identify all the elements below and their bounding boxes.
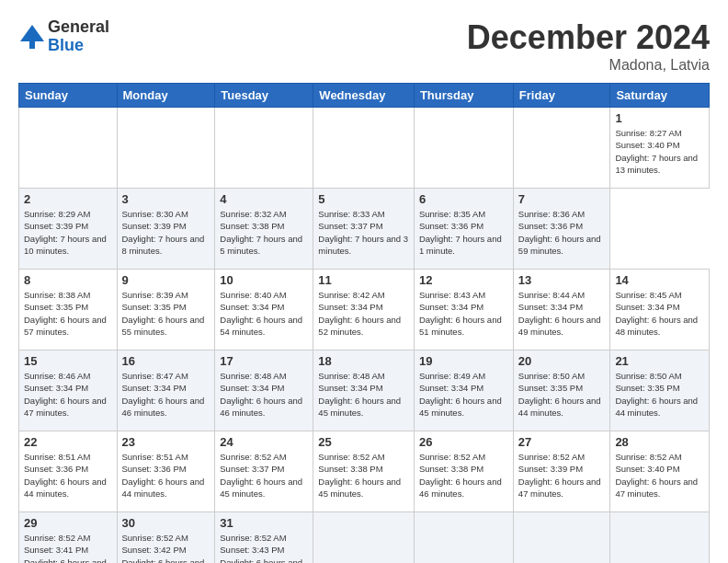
table-cell: 19 Sunrise: 8:49 AM Sunset: 3:34 PM Dayl… — [414, 350, 513, 431]
col-thursday: Thursday — [414, 84, 513, 108]
table-cell: 20 Sunrise: 8:50 AM Sunset: 3:35 PM Dayl… — [513, 350, 610, 431]
week-row-3: 15 Sunrise: 8:46 AM Sunset: 3:34 PM Dayl… — [19, 350, 710, 431]
table-cell — [19, 108, 118, 189]
cell-content: Sunrise: 8:45 AM Sunset: 3:34 PM Dayligh… — [615, 289, 704, 338]
svg-rect-1 — [29, 41, 35, 49]
cell-content: Sunrise: 8:51 AM Sunset: 3:36 PM Dayligh… — [122, 451, 210, 500]
header: General Blue December 2024 Madona, Latvi… — [18, 18, 710, 74]
day-number: 12 — [419, 273, 508, 287]
table-cell: 11 Sunrise: 8:42 AM Sunset: 3:34 PM Dayl… — [313, 270, 415, 350]
svg-marker-0 — [20, 25, 44, 41]
table-cell: 14 Sunrise: 8:45 AM Sunset: 3:34 PM Dayl… — [610, 270, 710, 350]
logo-general-text: General — [48, 18, 109, 37]
logo: General Blue — [18, 18, 109, 55]
logo-blue-text: Blue — [48, 37, 109, 55]
cell-content: Sunrise: 8:30 AM Sunset: 3:39 PM Dayligh… — [122, 208, 210, 257]
day-number: 26 — [419, 435, 508, 449]
day-number: 27 — [518, 435, 606, 449]
day-number: 31 — [220, 516, 308, 530]
cell-content: Sunrise: 8:44 AM Sunset: 3:34 PM Dayligh… — [518, 289, 606, 338]
cell-content: Sunrise: 8:52 AM Sunset: 3:42 PM Dayligh… — [122, 532, 210, 563]
day-number: 16 — [122, 354, 210, 368]
day-number: 28 — [615, 435, 704, 449]
cell-content: Sunrise: 8:48 AM Sunset: 3:34 PM Dayligh… — [318, 370, 409, 419]
day-number: 13 — [518, 273, 606, 287]
cell-content: Sunrise: 8:33 AM Sunset: 3:37 PM Dayligh… — [318, 208, 409, 257]
cell-content: Sunrise: 8:42 AM Sunset: 3:34 PM Dayligh… — [318, 289, 409, 338]
day-number: 3 — [122, 192, 210, 206]
day-number: 4 — [220, 192, 308, 206]
table-cell — [313, 108, 415, 189]
day-number: 1 — [615, 111, 704, 125]
table-cell — [513, 512, 610, 564]
table-cell: 23 Sunrise: 8:51 AM Sunset: 3:36 PM Dayl… — [117, 431, 215, 512]
table-cell: 10 Sunrise: 8:40 AM Sunset: 3:34 PM Dayl… — [215, 270, 313, 350]
cell-content: Sunrise: 8:29 AM Sunset: 3:39 PM Dayligh… — [24, 208, 112, 257]
day-number: 30 — [122, 516, 210, 530]
day-number: 25 — [318, 435, 409, 449]
cell-content: Sunrise: 8:32 AM Sunset: 3:38 PM Dayligh… — [220, 208, 308, 257]
day-number: 8 — [24, 273, 112, 287]
table-cell: 4 Sunrise: 8:32 AM Sunset: 3:38 PM Dayli… — [215, 189, 313, 270]
table-cell — [610, 512, 710, 564]
day-number: 15 — [24, 354, 112, 368]
day-number: 17 — [220, 354, 308, 368]
cell-content: Sunrise: 8:47 AM Sunset: 3:34 PM Dayligh… — [122, 370, 210, 419]
cell-content: Sunrise: 8:35 AM Sunset: 3:36 PM Dayligh… — [419, 208, 508, 257]
table-cell: 22 Sunrise: 8:51 AM Sunset: 3:36 PM Dayl… — [19, 431, 118, 512]
day-number: 20 — [518, 354, 606, 368]
day-number: 7 — [518, 192, 606, 206]
table-cell: 15 Sunrise: 8:46 AM Sunset: 3:34 PM Dayl… — [19, 350, 118, 431]
table-cell: 29 Sunrise: 8:52 AM Sunset: 3:41 PM Dayl… — [19, 512, 118, 564]
table-cell: 16 Sunrise: 8:47 AM Sunset: 3:34 PM Dayl… — [117, 350, 215, 431]
day-number: 14 — [615, 273, 704, 287]
week-row-0: 1 Sunrise: 8:27 AM Sunset: 3:40 PM Dayli… — [19, 108, 710, 189]
table-cell — [313, 512, 415, 564]
day-number: 18 — [318, 354, 409, 368]
cell-content: Sunrise: 8:52 AM Sunset: 3:37 PM Dayligh… — [220, 451, 308, 500]
table-cell: 5 Sunrise: 8:33 AM Sunset: 3:37 PM Dayli… — [313, 189, 415, 270]
table-cell: 1 Sunrise: 8:27 AM Sunset: 3:40 PM Dayli… — [610, 108, 710, 189]
table-cell: 2 Sunrise: 8:29 AM Sunset: 3:39 PM Dayli… — [19, 189, 118, 270]
table-cell: 3 Sunrise: 8:30 AM Sunset: 3:39 PM Dayli… — [117, 189, 215, 270]
cell-content: Sunrise: 8:52 AM Sunset: 3:39 PM Dayligh… — [518, 451, 606, 500]
table-cell — [414, 108, 513, 189]
table-cell — [414, 512, 513, 564]
header-row: Sunday Monday Tuesday Wednesday Thursday… — [19, 84, 710, 108]
col-saturday: Saturday — [610, 84, 710, 108]
logo-text: General Blue — [48, 18, 109, 55]
table-cell: 12 Sunrise: 8:43 AM Sunset: 3:34 PM Dayl… — [414, 270, 513, 350]
day-number: 22 — [24, 435, 112, 449]
table-cell: 17 Sunrise: 8:48 AM Sunset: 3:34 PM Dayl… — [215, 350, 313, 431]
day-number: 2 — [24, 192, 112, 206]
cell-content: Sunrise: 8:36 AM Sunset: 3:36 PM Dayligh… — [518, 208, 606, 257]
day-number: 9 — [122, 273, 210, 287]
col-friday: Friday — [513, 84, 610, 108]
table-cell: 30 Sunrise: 8:52 AM Sunset: 3:42 PM Dayl… — [117, 512, 215, 564]
cell-content: Sunrise: 8:52 AM Sunset: 3:41 PM Dayligh… — [24, 532, 112, 563]
table-cell: 7 Sunrise: 8:36 AM Sunset: 3:36 PM Dayli… — [513, 189, 610, 270]
table-cell: 8 Sunrise: 8:38 AM Sunset: 3:35 PM Dayli… — [19, 270, 118, 350]
week-row-1: 2 Sunrise: 8:29 AM Sunset: 3:39 PM Dayli… — [19, 189, 710, 270]
table-cell: 9 Sunrise: 8:39 AM Sunset: 3:35 PM Dayli… — [117, 270, 215, 350]
table-cell — [117, 108, 215, 189]
cell-content: Sunrise: 8:39 AM Sunset: 3:35 PM Dayligh… — [122, 289, 210, 338]
day-number: 29 — [24, 516, 112, 530]
day-number: 6 — [419, 192, 508, 206]
day-number: 11 — [318, 273, 409, 287]
col-tuesday: Tuesday — [215, 84, 313, 108]
cell-content: Sunrise: 8:51 AM Sunset: 3:36 PM Dayligh… — [24, 451, 112, 500]
cell-content: Sunrise: 8:50 AM Sunset: 3:35 PM Dayligh… — [518, 370, 606, 419]
cell-content: Sunrise: 8:49 AM Sunset: 3:34 PM Dayligh… — [419, 370, 508, 419]
col-monday: Monday — [117, 84, 215, 108]
month-title: December 2024 — [467, 18, 710, 57]
col-sunday: Sunday — [19, 84, 118, 108]
cell-content: Sunrise: 8:46 AM Sunset: 3:34 PM Dayligh… — [24, 370, 112, 419]
day-number: 5 — [318, 192, 409, 206]
cell-content: Sunrise: 8:48 AM Sunset: 3:34 PM Dayligh… — [220, 370, 308, 419]
cell-content: Sunrise: 8:38 AM Sunset: 3:35 PM Dayligh… — [24, 289, 112, 338]
cell-content: Sunrise: 8:52 AM Sunset: 3:38 PM Dayligh… — [419, 451, 508, 500]
table-cell: 24 Sunrise: 8:52 AM Sunset: 3:37 PM Dayl… — [215, 431, 313, 512]
table-cell: 28 Sunrise: 8:52 AM Sunset: 3:40 PM Dayl… — [610, 431, 710, 512]
day-number: 19 — [419, 354, 508, 368]
